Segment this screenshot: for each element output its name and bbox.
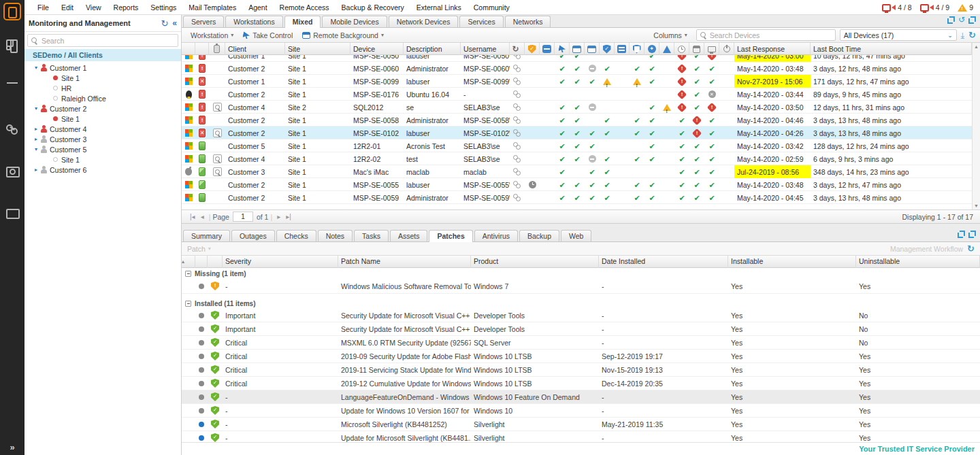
col-header-username[interactable]: Username — [461, 43, 510, 55]
detail-tab-web[interactable]: Web — [561, 230, 591, 241]
col-header-last-boot-time[interactable]: Last Boot Time — [811, 43, 972, 55]
device-row[interactable]: !Customer 4Site 2SQL2012seSELAB3\se✔✔✔!!… — [182, 101, 972, 114]
refresh-icon[interactable]: ↻ — [968, 30, 976, 40]
detail-tab-tasks[interactable]: Tasks — [354, 230, 389, 241]
tab-mobile-devices[interactable]: Mobile Devices — [322, 16, 387, 27]
icon-col-header[interactable] — [570, 43, 585, 55]
patch-row[interactable]: ✓ImportantSecurity Update for Microsoft … — [182, 309, 980, 322]
icon-col-header[interactable] — [674, 43, 689, 55]
tab-mixed[interactable]: Mixed — [284, 16, 321, 28]
menu-item-mail-templates[interactable]: Mail Templates — [182, 3, 242, 12]
menu-item-file[interactable]: File — [31, 3, 55, 12]
rail-expand-chevron[interactable]: » — [0, 442, 24, 452]
device-row[interactable]: Customer 4Site 112R2-02testSELAB3\se✔✔✔✔… — [182, 152, 972, 165]
patch-sort-column-header[interactable]: ▴ — [182, 256, 195, 268]
icon-col-header[interactable] — [555, 43, 570, 55]
scroll-up-icon[interactable]: ▲ — [974, 44, 979, 49]
sidebar-collapse-icon[interactable]: « — [172, 18, 177, 28]
patch-row[interactable]: ✓ImportantSecurity Update for Microsoft … — [182, 322, 980, 336]
icon-col-header[interactable]: ✓ — [600, 43, 615, 55]
tab-networks[interactable]: Networks — [505, 16, 551, 27]
remote-background-dropdown[interactable]: Remote Background▾ — [297, 31, 389, 39]
collapse-group-icon[interactable] — [185, 271, 191, 277]
icon-col-header[interactable] — [704, 43, 719, 55]
tab-servers[interactable]: Servers — [183, 16, 224, 27]
menu-item-external-links[interactable]: External Links — [410, 3, 468, 12]
next-page-button[interactable]: ▸ — [274, 213, 283, 220]
menu-item-community[interactable]: Community — [468, 3, 516, 12]
tree-expander-icon[interactable]: ▸ — [33, 167, 39, 173]
tree-item[interactable]: Site 1 — [24, 114, 181, 124]
sidebar-refresh-icon[interactable]: ↻ — [161, 18, 168, 29]
tree-expander-icon[interactable]: ▾ — [33, 65, 39, 71]
patch-col-header-patch-name[interactable]: Patch Name — [338, 256, 471, 268]
device-row[interactable]: Customer 3Site 1Mac's iMacmaclabmaclab✔✔… — [182, 165, 972, 178]
detail-tab-patches[interactable]: Patches — [429, 230, 472, 242]
icon-col-header[interactable] — [615, 43, 630, 55]
icon-col-header[interactable]: ✦ — [644, 43, 659, 55]
icon-col-header[interactable] — [540, 43, 555, 55]
menu-item-agent[interactable]: Agent — [242, 3, 273, 12]
menu-item-view[interactable]: View — [80, 3, 108, 12]
detail-tab-summary[interactable]: Summary — [183, 230, 230, 241]
patch-col-header-product[interactable]: Product — [471, 256, 599, 268]
device-search-icon[interactable] — [6, 166, 18, 177]
scroll-down-icon[interactable]: ▼ — [974, 203, 979, 208]
patch-col-header-date-installed[interactable]: Date Installed — [599, 256, 728, 268]
patch-col-header-severity[interactable]: Severity — [223, 256, 338, 268]
download-icon[interactable]: ⤓ — [961, 31, 964, 40]
page-input[interactable] — [233, 212, 253, 222]
tab-services[interactable]: Services — [459, 16, 503, 27]
patch-row[interactable]: ✓Critical2019-12 Cumulative Update for W… — [182, 377, 980, 390]
icon-col-header[interactable]: ✓ — [525, 43, 540, 55]
patch-action-dropdown[interactable]: Patch▾ — [187, 245, 211, 253]
patch-row[interactable]: ✓CriticalMSXML 6.0 RTM Security Update (… — [182, 336, 980, 350]
icon-col-header[interactable] — [689, 43, 704, 55]
detail-tab-antivirus[interactable]: Antivirus — [474, 230, 518, 241]
col-header-description[interactable]: Description — [404, 43, 461, 55]
device-row[interactable]: !Customer 2Site 1MSP-SE-0176Ubuntu 16.04… — [182, 88, 972, 101]
tree-item[interactable]: ▸Customer 3 — [24, 134, 181, 144]
collapse-panel-icon[interactable] — [947, 16, 955, 24]
tab-network-devices[interactable]: Network Devices — [389, 16, 459, 27]
patch-group-header[interactable]: Missing (1 item) — [182, 268, 980, 279]
device-row[interactable]: !Customer 2Site 1MSP-SE-0058Administrato… — [182, 114, 972, 127]
device-row[interactable]: ✕Customer 1Site 1MSP-SE-0099labuserMSP-S… — [182, 75, 972, 88]
icon-col-header[interactable] — [659, 43, 674, 55]
patch-row[interactable]: ✓-LanguageFeatureOnDemand - Windows 10 V… — [182, 390, 980, 404]
tree-item[interactable]: ▾Customer 1 — [24, 63, 181, 73]
device-row[interactable]: !Customer 2Site 1MSP-SE-0060Administrato… — [182, 62, 972, 75]
app-logo-icon[interactable] — [3, 3, 21, 20]
detail-tab-assets[interactable]: Assets — [390, 230, 428, 241]
workstation-alerts-badge[interactable]: 4 / 9 — [920, 3, 949, 12]
icon-col-header[interactable] — [585, 43, 600, 55]
sidebar-search-input[interactable] — [42, 37, 174, 45]
patch-group-header[interactable]: Installed (11 items) — [182, 298, 980, 309]
network-nodes-icon[interactable] — [6, 124, 18, 135]
detail-tab-backup[interactable]: Backup — [519, 230, 559, 241]
collapse-group-icon[interactable] — [185, 301, 191, 307]
server-alerts-badge[interactable]: 4 / 8 — [882, 3, 911, 12]
patch-row[interactable]: ✓Critical2019-11 Servicing Stack Update … — [182, 363, 980, 377]
col-header-client[interactable]: Client — [225, 43, 285, 55]
menu-item-remote-access[interactable]: Remote Access — [274, 3, 336, 12]
device-search-input[interactable] — [710, 31, 832, 39]
menu-item-settings[interactable]: Settings — [144, 3, 182, 12]
menu-item-edit[interactable]: Edit — [55, 3, 80, 12]
tree-item[interactable]: ▾Customer 2 — [24, 103, 181, 114]
tree-item[interactable]: HR — [24, 83, 181, 93]
patch-row[interactable]: ✓-Update for Windows 10 Version 1607 for… — [182, 404, 980, 418]
tree-expander-icon[interactable]: ▸ — [33, 136, 39, 142]
icon-col-header[interactable]: ↻ — [510, 43, 525, 55]
columns-dropdown[interactable]: Columns▾ — [649, 31, 691, 39]
patch-refresh-icon[interactable]: ↻ — [967, 243, 975, 254]
tree-item[interactable]: Site 1 — [24, 154, 181, 165]
tree-expander-icon[interactable]: ▸ — [33, 126, 39, 132]
tree-item[interactable]: Site 1 — [24, 73, 181, 83]
tree-expander-icon[interactable]: ▾ — [33, 146, 39, 152]
prev-page-button[interactable]: ◂ — [198, 213, 207, 220]
fullscreen-icon[interactable] — [968, 231, 976, 238]
presentation-icon[interactable] — [6, 208, 18, 219]
tab-workstations[interactable]: Workstations — [225, 16, 283, 27]
col-header-last-response[interactable]: Last Response — [734, 43, 811, 55]
